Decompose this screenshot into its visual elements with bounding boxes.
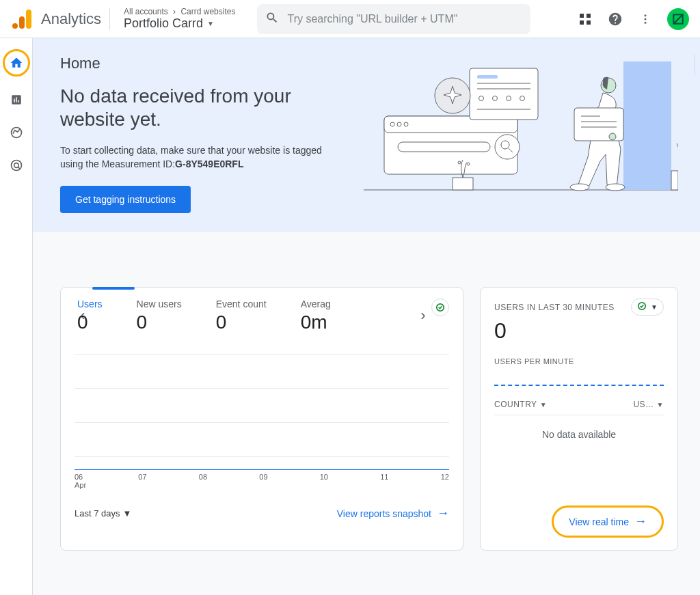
property-name: Portfolio Carrd (124, 16, 203, 31)
arrow-right-icon: → (437, 506, 449, 521)
svg-rect-16 (623, 61, 671, 190)
xtick: 07 (138, 473, 146, 489)
nav-advertising[interactable] (7, 156, 26, 175)
view-reports-link[interactable]: View reports snapshot → (337, 506, 449, 521)
svg-rect-6 (587, 20, 591, 25)
svg-point-9 (645, 21, 647, 23)
metric-tab-users[interactable]: Users0 (77, 299, 103, 333)
hero-description: To start collecting data, make sure that… (60, 143, 347, 171)
content-scroll[interactable]: Home No data received from your website … (33, 38, 700, 595)
metric-value: 0 (77, 312, 103, 333)
metric-tab-averag[interactable]: Averag0m (301, 299, 331, 333)
overview-card: ‹ Users0New users0Event count0Averag0m › (60, 287, 463, 551)
metric-value: 0 (216, 312, 267, 333)
svg-rect-0 (26, 10, 31, 29)
view-realtime-highlight: View real time → (552, 506, 664, 538)
hero-illustration (364, 55, 678, 191)
svg-point-42 (606, 184, 625, 191)
metric-label: New users (137, 299, 182, 309)
search-icon (265, 11, 279, 27)
svg-point-2 (12, 23, 18, 29)
avatar[interactable] (667, 8, 689, 30)
realtime-title: USERS IN LAST 30 MINUTES (494, 303, 615, 312)
view-realtime-label: View real time (569, 516, 629, 527)
xtick: 11 (380, 473, 388, 489)
caret-down-icon: ▼ (651, 303, 658, 311)
metric-label: Event count (216, 299, 267, 309)
check-circle-icon (637, 301, 647, 313)
xtick: 09 (259, 473, 267, 489)
app-header: Analytics All accounts › Carrd websites … (0, 0, 700, 38)
more-vert-icon[interactable] (637, 11, 654, 27)
realtime-subtitle: USERS PER MINUTE (494, 357, 664, 365)
realtime-user-count: 0 (494, 318, 664, 344)
metric-label: Averag (301, 299, 331, 309)
xtick: 06Apr (75, 473, 86, 489)
realtime-sparkline (494, 385, 664, 386)
header-actions (577, 8, 689, 30)
realtime-nodata: No data available (494, 415, 664, 467)
svg-rect-27 (477, 75, 498, 79)
metric-value: 0m (301, 312, 331, 333)
rt-col-country: COUNTRY (494, 400, 537, 409)
tab-indicator (92, 287, 135, 290)
xtick: 10 (320, 473, 328, 489)
measurement-id: G-8Y549E0RFL (175, 158, 243, 169)
breadcrumb-all: All accounts (124, 7, 168, 16)
svg-rect-5 (580, 20, 584, 25)
xtick: 12 (441, 473, 449, 489)
svg-point-8 (645, 18, 647, 20)
svg-point-13 (11, 161, 21, 171)
svg-point-7 (645, 14, 647, 16)
svg-point-41 (570, 184, 589, 191)
breadcrumb-group: Carrd websites (180, 7, 235, 16)
realtime-status-selector[interactable]: ▼ (631, 299, 664, 316)
get-tagging-button[interactable]: Get tagging instructions (60, 186, 191, 213)
hero-illustration-wrap (364, 55, 678, 191)
svg-point-23 (495, 135, 520, 159)
metric-label: Users (77, 299, 103, 309)
date-range-selector[interactable]: Last 7 days ▼ (75, 508, 131, 518)
caret-down-icon: ▼ (123, 508, 132, 518)
metric-tab-event-count[interactable]: Event count0 (216, 299, 267, 333)
hero-banner: Home No data received from your website … (33, 38, 700, 232)
divider (109, 8, 110, 30)
svg-rect-4 (587, 14, 591, 18)
nav-reports[interactable] (7, 90, 26, 109)
caret-down-icon: ▼ (540, 401, 547, 409)
nav-home[interactable] (3, 49, 30, 77)
hero-message: No data received from your website yet. (60, 85, 347, 131)
left-nav (0, 38, 33, 595)
date-range-label: Last 7 days (75, 508, 120, 518)
nav-explore[interactable] (7, 123, 26, 142)
chevron-right-icon: › (173, 7, 176, 16)
svg-point-12 (11, 128, 21, 138)
metric-value: 0 (137, 312, 182, 333)
realtime-card: USERS IN LAST 30 MINUTES ▼ 0 USERS PER M… (480, 287, 678, 551)
svg-point-47 (609, 133, 616, 140)
svg-rect-39 (671, 171, 678, 190)
ga-logo[interactable]: Analytics (11, 7, 101, 31)
svg-rect-3 (580, 14, 584, 18)
svg-point-14 (14, 163, 18, 168)
view-realtime-link[interactable]: View real time → (569, 514, 647, 529)
line-chart: 06Apr070809101112 (75, 346, 449, 497)
analytics-logo-icon (11, 7, 36, 31)
account-selector[interactable]: All accounts › Carrd websites Portfolio … (118, 4, 241, 33)
search-input[interactable]: Try searching "URL builder + UTM" (257, 4, 530, 34)
view-reports-label: View reports snapshot (337, 508, 431, 519)
caret-down-icon: ▼ (207, 20, 214, 27)
metrics-tabs: Users0New users0Event count0Averag0m (70, 299, 435, 333)
metric-tab-new-users[interactable]: New users0 (137, 299, 182, 333)
product-name: Analytics (41, 11, 101, 27)
page-title: Home (60, 55, 347, 72)
xtick: 08 (199, 473, 207, 489)
realtime-table-header[interactable]: COUNTRY ▼ US… ▼ (494, 400, 664, 415)
svg-line-11 (673, 14, 682, 23)
rt-col-users: US… (633, 400, 654, 409)
search-placeholder: Try searching "URL builder + UTM" (287, 13, 457, 25)
property-row: Portfolio Carrd ▼ (124, 16, 235, 31)
svg-rect-36 (453, 178, 473, 190)
help-icon[interactable] (607, 11, 623, 27)
apps-icon[interactable] (577, 11, 593, 27)
